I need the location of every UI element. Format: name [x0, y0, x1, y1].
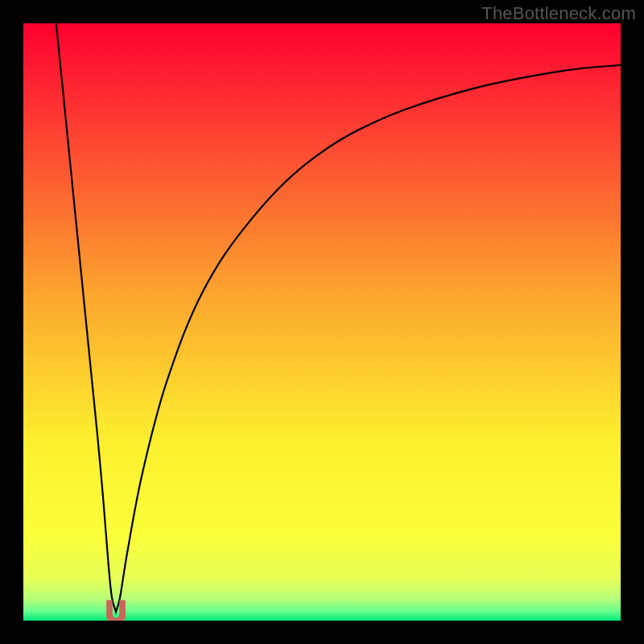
chart-container: TheBottleneck.com	[0, 0, 644, 644]
curve-layer	[23, 23, 621, 621]
plot-area	[23, 23, 621, 621]
bottleneck-curve	[56, 23, 621, 612]
watermark-text: TheBottleneck.com	[481, 3, 636, 24]
